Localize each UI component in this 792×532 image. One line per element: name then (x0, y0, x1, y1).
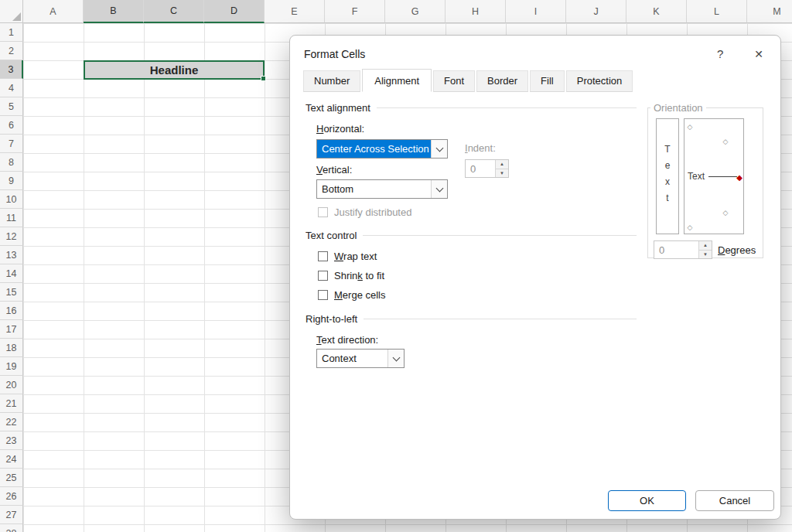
justify-distributed-label: Justify distributed (334, 206, 411, 218)
checkbox-icon (318, 271, 328, 281)
row-header-18[interactable]: 18 (0, 339, 23, 357)
selected-cell-range[interactable]: Headline (84, 60, 265, 80)
angle-marker-active-icon[interactable]: ◆ (736, 173, 742, 182)
column-header-g[interactable]: G (385, 0, 446, 23)
chevron-down-icon[interactable] (387, 350, 404, 367)
column-header-a[interactable]: A (23, 0, 84, 23)
row-header-3[interactable]: 3 (0, 60, 23, 79)
column-header-d[interactable]: D (204, 0, 265, 23)
vertical-select[interactable]: Bottom (316, 179, 448, 199)
row-header-11[interactable]: 11 (0, 209, 23, 227)
tab-protection[interactable]: Protection (566, 70, 633, 92)
column-header-c[interactable]: C (144, 0, 204, 23)
wrap-text-checkbox[interactable]: Wrap text (318, 251, 377, 262)
tab-font[interactable]: Font (433, 70, 475, 92)
row-header-20[interactable]: 20 (0, 376, 23, 394)
tab-number[interactable]: Number (303, 70, 360, 92)
group-rule (363, 235, 637, 236)
justify-distributed-checkbox[interactable]: Justify distributed (318, 206, 411, 218)
spin-up-icon[interactable]: ▲ (699, 241, 712, 250)
angle-marker-icon[interactable]: ◇ (723, 209, 729, 217)
ok-button[interactable]: OK (608, 490, 686, 511)
row-header-28[interactable]: 28 (0, 524, 23, 532)
column-header-b[interactable]: B (84, 0, 144, 23)
merge-cells-checkbox[interactable]: Merge cells (318, 289, 385, 301)
row-header-4[interactable]: 4 (0, 79, 23, 97)
help-icon[interactable]: ? (717, 47, 723, 60)
row-header-22[interactable]: 22 (0, 413, 23, 431)
indent-stepper[interactable]: 0 ▲ ▼ (465, 159, 509, 178)
cancel-button[interactable]: Cancel (695, 490, 774, 511)
gauge-text-sample: Text (688, 171, 705, 182)
column-header-f[interactable]: F (325, 0, 385, 23)
degrees-value: 0 (654, 241, 698, 258)
dialog-title: Format Cells (304, 48, 717, 60)
rtl-group-label: Right-to-left (306, 313, 357, 325)
row-header-25[interactable]: 25 (0, 469, 23, 487)
tab-alignment[interactable]: Alignment (362, 69, 432, 92)
select-all-corner[interactable] (0, 0, 23, 23)
spin-down-icon[interactable]: ▼ (699, 250, 712, 259)
close-icon[interactable]: ✕ (754, 48, 763, 60)
row-header-14[interactable]: 14 (0, 264, 23, 283)
fill-handle[interactable] (261, 76, 266, 81)
row-header-12[interactable]: 12 (0, 227, 23, 246)
column-header-e[interactable]: E (265, 0, 325, 23)
shrink-to-fit-checkbox[interactable]: Shrink to fit (318, 270, 384, 281)
row-header-2[interactable]: 2 (0, 42, 23, 60)
vertical-text-control[interactable]: Text (656, 118, 679, 234)
text-direction-value: Context (317, 350, 387, 367)
horizontal-select[interactable]: Center Across Selection (316, 139, 448, 159)
row-header-6[interactable]: 6 (0, 116, 23, 135)
text-control-group-label: Text control (306, 230, 357, 241)
row-header-17[interactable]: 17 (0, 320, 23, 339)
degrees-stepper[interactable]: 0 ▲ ▼ (654, 240, 712, 259)
vertical-label: Vertical: (316, 164, 352, 176)
indent-value: 0 (466, 160, 495, 177)
gauge-pointer-line (708, 176, 737, 177)
row-header-8[interactable]: 8 (0, 153, 23, 172)
row-header-26[interactable]: 26 (0, 487, 23, 506)
row-header-1[interactable]: 1 (0, 23, 23, 42)
chevron-down-icon[interactable] (431, 180, 447, 198)
row-header-15[interactable]: 15 (0, 283, 23, 302)
row-header-9[interactable]: 9 (0, 172, 23, 190)
degrees-spin-buttons: ▲ ▼ (698, 241, 712, 258)
tab-border[interactable]: Border (476, 70, 528, 92)
dialog-titlebar: Format Cells ? ✕ (290, 36, 780, 69)
row-header-5[interactable]: 5 (0, 97, 23, 116)
row-header-10[interactable]: 10 (0, 190, 23, 209)
row-header-13[interactable]: 13 (0, 246, 23, 264)
chevron-down-icon[interactable] (431, 140, 447, 158)
degrees-label: Degrees (718, 244, 756, 256)
angle-marker-icon[interactable]: ◇ (688, 123, 693, 131)
rtl-group-header: Right-to-left (306, 313, 637, 325)
column-header-i[interactable]: I (506, 0, 566, 23)
column-header-j[interactable]: J (566, 0, 626, 23)
horizontal-select-value: Center Across Selection (317, 140, 431, 158)
vertical-select-value: Bottom (317, 180, 431, 198)
tab-fill[interactable]: Fill (530, 70, 565, 92)
orientation-gauge[interactable]: ◇ ◇ ◆ ◇ ◇ Text (684, 118, 744, 234)
row-header-7[interactable]: 7 (0, 135, 23, 153)
group-rule (364, 319, 637, 319)
row-header-27[interactable]: 27 (0, 506, 23, 524)
indent-spin-buttons: ▲ ▼ (495, 160, 508, 177)
spin-up-icon[interactable]: ▲ (496, 160, 508, 169)
row-header-16[interactable]: 16 (0, 302, 23, 320)
group-rule (377, 107, 637, 108)
row-header-21[interactable]: 21 (0, 394, 23, 413)
angle-marker-icon[interactable]: ◇ (688, 223, 693, 231)
column-headers: ABCDEFGHIJKLM (23, 0, 792, 23)
column-header-h[interactable]: H (446, 0, 506, 23)
row-header-19[interactable]: 19 (0, 357, 23, 376)
column-header-l[interactable]: L (687, 0, 747, 23)
spin-down-icon[interactable]: ▼ (496, 169, 508, 178)
row-header-23[interactable]: 23 (0, 431, 23, 450)
column-header-m[interactable]: M (747, 0, 792, 23)
angle-marker-icon[interactable]: ◇ (723, 138, 729, 145)
row-header-24[interactable]: 24 (0, 450, 23, 469)
orientation-group-label: Orientation (650, 102, 706, 114)
text-direction-select[interactable]: Context (316, 349, 405, 368)
column-header-k[interactable]: K (626, 0, 687, 23)
